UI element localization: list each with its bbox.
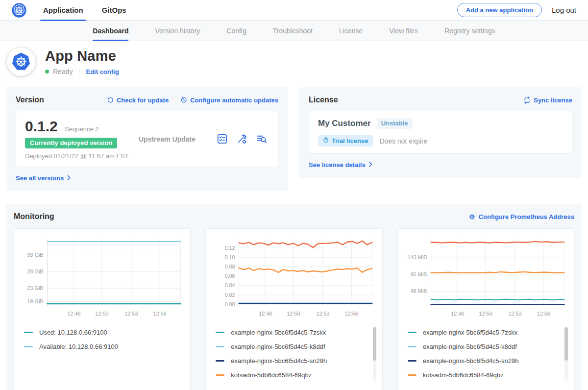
refresh-icon	[107, 97, 114, 103]
see-all-versions-link[interactable]: See all versions	[16, 174, 71, 182]
legend-label: Used: 10.128.0.66:9100	[39, 329, 107, 336]
cpu-usage-chart-card: 0.000.020.040.060.080.100.1212:4612:5012…	[205, 228, 382, 390]
license-card-title: License	[309, 96, 338, 104]
top-nav: Application GitOps Add a new application…	[0, 0, 588, 21]
svg-text:143 MiB: 143 MiB	[407, 254, 427, 260]
memory-usage-legend: example-nginx-5bc6f5d4c5-7zskxexample-ng…	[404, 325, 568, 385]
legend-scrollbar-thumb[interactable]	[373, 327, 376, 361]
tab-application[interactable]: Application	[43, 0, 83, 21]
legend-color-dash	[24, 332, 33, 333]
legend-item[interactable]: example-nginx-5bc6f5d4c5-7zskx	[408, 325, 560, 340]
subnav-version-history[interactable]: Version history	[155, 21, 200, 41]
legend-label: kotsadm-5db6dc6584-69qbz	[231, 371, 312, 379]
svg-text:12:46: 12:46	[451, 311, 464, 317]
legend-color-dash	[408, 346, 416, 347]
legend-item[interactable]: kotsadm-5db6dc6584-69qbz	[408, 368, 560, 382]
memory-usage-plot: 48 MiB95 MiB143 MiB12:4612:5012:5312:56	[404, 236, 568, 319]
legend-item[interactable]: example-nginx-5bc6f5d4c5-k8ddf	[408, 340, 560, 354]
svg-text:33 GiB: 33 GiB	[27, 252, 43, 258]
app-sub-nav: Dashboard Version history Config Trouble…	[0, 21, 588, 41]
legend-label: example-nginx-5bc6f5d4c5-7zskx	[231, 329, 326, 336]
svg-text:12:46: 12:46	[67, 311, 80, 317]
legend-color-dash	[216, 346, 224, 347]
svg-text:12:53: 12:53	[508, 311, 521, 317]
chevron-right-icon	[368, 161, 373, 169]
legend-label: example-nginx-5bc6f5d4c5-k8ddf	[231, 343, 325, 350]
legend-item[interactable]: example-nginx-5bc6f5d4c5-sn29h	[408, 354, 560, 368]
subnav-view-files[interactable]: View files	[389, 21, 418, 41]
check-for-update-button[interactable]: Check for update	[107, 97, 169, 104]
trial-license-badge: Trial license	[318, 135, 373, 146]
version-card: Version Check for update	[6, 87, 288, 191]
kubernetes-logo-icon[interactable]	[12, 3, 26, 18]
svg-text:12:53: 12:53	[124, 311, 138, 317]
legend-color-dash	[408, 360, 416, 362]
svg-text:48 MiB: 48 MiB	[410, 288, 427, 294]
edit-config-link[interactable]: Edit config	[86, 68, 119, 75]
legend-item[interactable]: Available: 10.128.0.66:9100	[24, 340, 176, 354]
tab-gitops[interactable]: GitOps	[102, 0, 126, 21]
see-license-details-link[interactable]: See license details	[309, 161, 373, 169]
legend-label: example-nginx-5bc6f5d4c5-sn29h	[231, 357, 327, 365]
update-history-icon	[180, 97, 187, 103]
legend-color-dash	[408, 374, 416, 376]
legend-label: example-nginx-5bc6f5d4c5-sn29h	[423, 357, 519, 365]
disk-usage-plot: 19 GiB23 GiB28 GiB33 GiB12:4612:5012:531…	[20, 236, 184, 319]
sync-arrows-icon	[523, 97, 531, 104]
svg-text:12:56: 12:56	[537, 311, 550, 317]
subnav-config[interactable]: Config	[226, 21, 246, 41]
version-card-title: Version	[16, 96, 44, 104]
config-wrench-icon[interactable]	[236, 133, 247, 145]
legend-item[interactable]: example-nginx-5bc6f5d4c5-k8ddf	[216, 340, 368, 354]
legend-scrollbar-thumb[interactable]	[564, 327, 568, 361]
charts-row: 19 GiB23 GiB28 GiB33 GiB12:4612:5012:531…	[14, 228, 574, 390]
page-title: App Name	[45, 48, 119, 64]
legend-color-dash	[408, 332, 416, 333]
cpu-usage-legend: example-nginx-5bc6f5d4c5-7zskxexample-ng…	[212, 325, 376, 385]
legend-item[interactable]: example-nginx-5bc6f5d4c5-7zskx	[216, 325, 368, 340]
subnav-troubleshoot[interactable]: Troubleshoot	[273, 21, 313, 41]
legend-label: example-nginx-5bc6f5d4c5-k8ddf	[423, 343, 517, 350]
subnav-registry-settings[interactable]: Registry settings	[444, 21, 495, 41]
channel-badge: Unstable	[377, 118, 413, 129]
add-application-button[interactable]: Add a new application	[457, 3, 542, 17]
logout-button[interactable]: Log out	[552, 6, 576, 14]
svg-text:0.02: 0.02	[225, 292, 235, 298]
license-expiration: Does not expire	[379, 137, 427, 145]
svg-text:0.06: 0.06	[225, 273, 235, 279]
legend-label: kotsadm-5db6dc6584-69qbz	[423, 371, 504, 379]
deployed-timestamp: Deployed 01/21/22 @ 11:57 am EST	[25, 152, 139, 160]
svg-text:12:53: 12:53	[316, 311, 329, 317]
chevron-right-icon	[67, 174, 71, 182]
legend-color-dash	[216, 374, 224, 376]
divider	[79, 68, 79, 75]
svg-text:12:50: 12:50	[287, 311, 300, 317]
preflight-checks-icon[interactable]	[217, 133, 228, 145]
svg-text:95 MiB: 95 MiB	[410, 271, 427, 277]
legend-item[interactable]: Used: 10.128.0.66:9100	[24, 325, 176, 340]
deploy-logs-icon[interactable]	[256, 133, 267, 145]
legend-item[interactable]: example-nginx-5bc6f5d4c5-sn29h	[216, 354, 368, 368]
legend-label: Available: 10.128.0.66:9100	[39, 343, 118, 350]
svg-text:12:50: 12:50	[95, 311, 108, 317]
customer-name: My Customer	[318, 119, 371, 128]
license-card: License Sync license My Customer Unstabl…	[299, 87, 582, 178]
legend-color-dash	[216, 332, 224, 333]
current-version-box: 0.1.2 Sequence 2 Currently deployed vers…	[16, 111, 278, 167]
subnav-dashboard[interactable]: Dashboard	[93, 21, 128, 41]
stopwatch-icon	[323, 137, 329, 145]
gear-icon	[468, 213, 476, 220]
version-sequence: Sequence 2	[65, 125, 98, 133]
svg-text:0.04: 0.04	[225, 282, 235, 288]
ready-status-dot	[45, 70, 49, 73]
subnav-license[interactable]: License	[339, 21, 363, 41]
memory-usage-chart-card: 48 MiB95 MiB143 MiB12:4612:5012:5312:56e…	[397, 228, 574, 390]
disk-usage-chart-card: 19 GiB23 GiB28 GiB33 GiB12:4612:5012:531…	[14, 228, 191, 390]
svg-text:12:56: 12:56	[153, 311, 167, 317]
sync-license-button[interactable]: Sync license	[523, 97, 572, 104]
configure-automatic-updates-button[interactable]: Configure automatic updates	[180, 97, 278, 104]
legend-color-dash	[24, 346, 33, 347]
legend-item[interactable]: kotsadm-5db6dc6584-69qbz	[216, 368, 368, 382]
configure-prometheus-button[interactable]: Configure Prometheus Address	[468, 213, 574, 220]
version-number: 0.1.2	[25, 118, 58, 134]
